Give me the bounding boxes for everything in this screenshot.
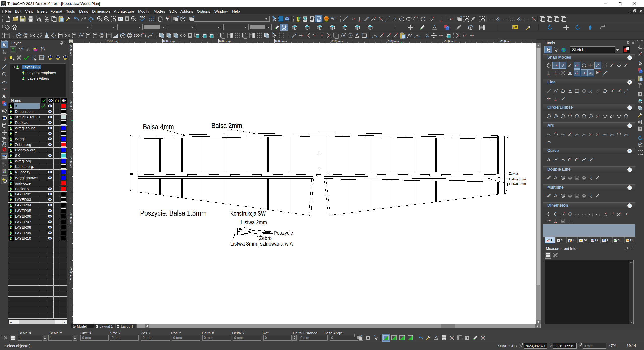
svg-text:Konstrukcja SW: Konstrukcja SW: [230, 209, 266, 217]
svg-text:Poszycie: Balsa 1.5mm: Poszycie: Balsa 1.5mm: [140, 209, 207, 217]
svg-text:Balsa 4mm: Balsa 4mm: [143, 123, 174, 131]
svg-text:Balsa 2mm: Balsa 2mm: [211, 122, 242, 129]
svg-text:Zawias: Zawias: [509, 172, 519, 176]
svg-text:Listwa 2mm: Listwa 2mm: [241, 219, 267, 226]
svg-text:Poszycie: Poszycie: [274, 230, 293, 236]
svg-text:Żebro: Żebro: [259, 235, 272, 241]
svg-text:Listwa 3mm: Listwa 3mm: [509, 178, 526, 181]
svg-text:Listwa 2mm: Listwa 2mm: [509, 182, 526, 186]
svg-text:Listwa 3mm, szlifowana w /\: Listwa 3mm, szlifowana w /\: [230, 241, 293, 247]
